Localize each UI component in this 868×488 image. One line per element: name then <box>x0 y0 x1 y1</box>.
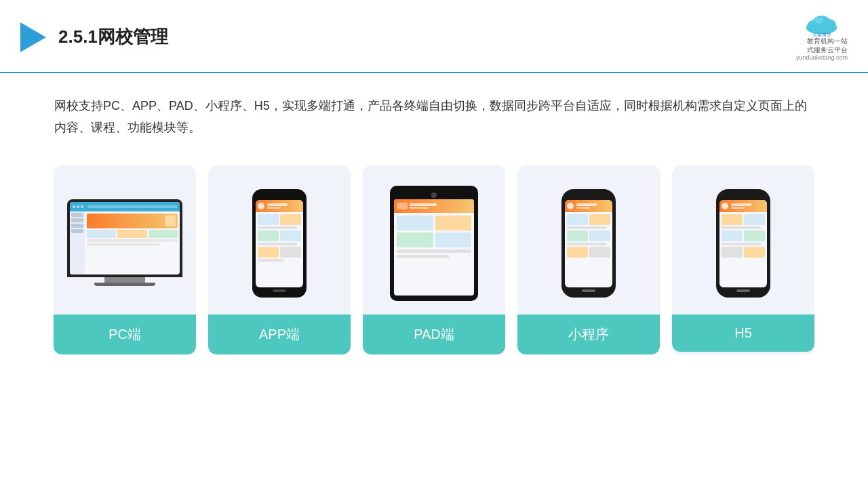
pc-image-area <box>54 165 196 314</box>
logo-tagline: 教育机构一站 <box>796 37 848 45</box>
pad-label: PAD端 <box>363 314 505 354</box>
card-app: APP端 <box>208 165 351 354</box>
logo-area: 云朵课堂 教育机构一站 式服务云平台 yunduoketang.com <box>796 12 848 62</box>
h5-phone-mock <box>716 189 770 298</box>
logo-url: yunduoketang.com <box>796 54 848 62</box>
app-label: APP端 <box>208 314 351 354</box>
pc-monitor <box>67 199 182 287</box>
card-pad: PAD端 <box>363 165 505 354</box>
page-title: 2.5.1网校管理 <box>58 25 168 49</box>
h5-label: H5 <box>672 314 814 352</box>
pc-screen-outer <box>67 199 182 277</box>
pad-image-area <box>363 165 505 314</box>
app-phone-mock <box>252 189 307 298</box>
cards-container: PC端 <box>0 152 868 375</box>
svg-text:云朵课堂: 云朵课堂 <box>812 32 831 37</box>
desc-content: 网校支持PC、APP、PAD、小程序、H5，实现多端打通，产品各终端自由切换，数… <box>54 99 807 134</box>
pad-tablet-mock <box>390 186 478 301</box>
header: 2.5.1网校管理 云朵课堂 教育机构一站 式服务云平台 yunduoketan… <box>0 0 868 73</box>
app-image-area <box>208 165 351 314</box>
logo-tagline2: 式服务云平台 <box>796 45 848 54</box>
pc-screen-inner <box>70 202 180 274</box>
miniprogram-label: 小程序 <box>517 314 660 354</box>
description-text: 网校支持PC、APP、PAD、小程序、H5，实现多端打通，产品各终端自由切换，数… <box>0 73 868 152</box>
h5-image-area <box>672 165 814 314</box>
card-h5: H5 <box>672 165 814 354</box>
miniprogram-phone-mock <box>561 189 616 298</box>
play-icon <box>20 22 46 52</box>
logo-cloud-icon: 云朵课堂 <box>800 12 844 37</box>
card-pc: PC端 <box>54 165 196 354</box>
svg-point-4 <box>814 17 823 24</box>
header-left: 2.5.1网校管理 <box>20 22 168 52</box>
pc-label: PC端 <box>54 314 196 354</box>
card-miniprogram: 小程序 <box>517 165 660 354</box>
miniprogram-image-area <box>517 165 660 314</box>
